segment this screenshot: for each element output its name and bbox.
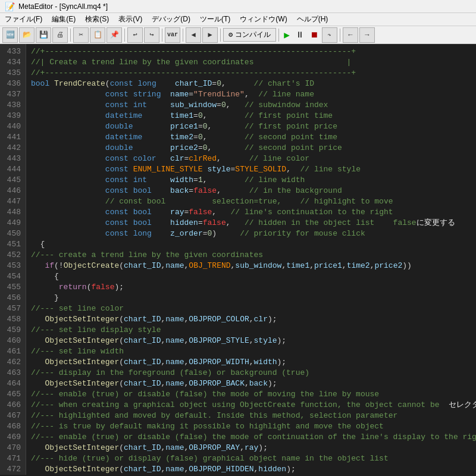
line-numbers: 4334344354364374384394404414424434444454… [0,44,26,475]
menu-view[interactable]: 表示(V) [114,13,147,26]
menu-bar: ファイル(F) 編集(E) 検索(S) 表示(V) デバッグ(D) ツール(T)… [0,13,476,26]
var-button[interactable]: var [165,27,180,43]
play-button[interactable]: ▶ [281,29,292,41]
toolbar: 🆕 📂 💾 🖨 ✂ 📋 📌 ↩ ↪ var ◀ ▶ ⚙ コンパイル ▶ ⏸ ⏹ … [0,26,476,44]
save-button[interactable]: 💾 [36,27,51,43]
editor-area: 4334344354364374384394404414424434444454… [0,44,476,475]
undo-button[interactable]: ↩ [127,27,143,43]
app-icon: 📝 [5,2,15,11]
menu-debug[interactable]: デバッグ(D) [147,13,195,26]
menu-search[interactable]: 検索(S) [80,13,114,26]
stop-button[interactable]: ⏹ [308,30,321,40]
new-button[interactable]: 🆕 [2,27,18,43]
arrow-left-button[interactable]: ← [343,27,358,43]
window-title: MetaEditor - [SyncAll.mq4 *] [18,2,108,11]
step-button[interactable]: ↷ [322,27,337,43]
compile-button[interactable]: ⚙ コンパイル [223,28,276,42]
redo-button[interactable]: ↪ [144,27,159,43]
compile-icon: ⚙ [228,30,233,39]
code-content[interactable]: //+-------------------------------------… [26,44,476,475]
sep5 [220,29,221,42]
sep6 [278,29,279,42]
menu-help[interactable]: ヘルプ(H) [292,13,333,26]
nav-back-button[interactable]: ◀ [186,27,201,43]
compile-label: コンパイル [235,30,271,40]
title-bar: 📝 MetaEditor - [SyncAll.mq4 *] [0,0,476,13]
sep7 [340,29,340,42]
menu-tools[interactable]: ツール(T) [195,13,235,26]
paste-button[interactable]: 📌 [107,27,122,43]
arrow-right-button[interactable]: → [359,27,375,43]
cut-button[interactable]: ✂ [73,27,89,43]
nav-forward-button[interactable]: ▶ [202,27,218,43]
print-button[interactable]: 🖨 [52,27,68,43]
menu-window[interactable]: ウィンドウ(W) [235,13,292,26]
menu-file[interactable]: ファイル(F) [0,13,47,26]
pause-button[interactable]: ⏸ [293,30,306,40]
open-button[interactable]: 📂 [19,27,35,43]
sep4 [183,29,183,42]
menu-edit[interactable]: 編集(E) [47,13,80,26]
sep2 [124,29,125,42]
copy-button[interactable]: 📋 [90,27,105,43]
sep3 [162,29,162,42]
sep1 [70,29,71,42]
